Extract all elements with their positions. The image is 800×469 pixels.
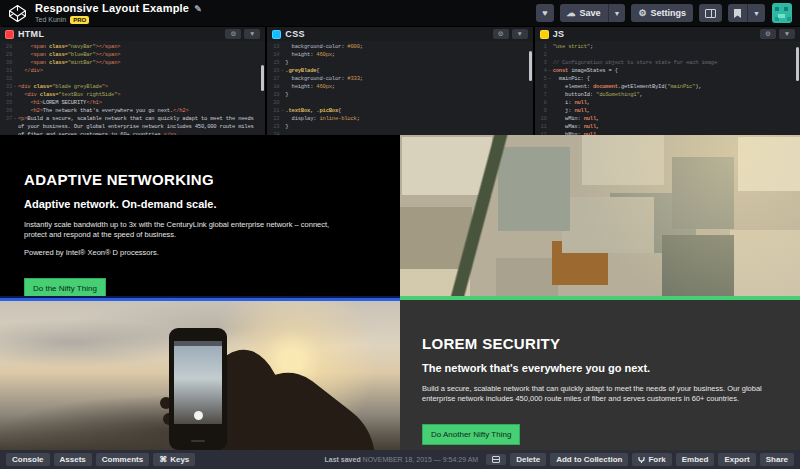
css-lang-icon	[272, 30, 281, 39]
change-view-button[interactable]	[699, 4, 722, 22]
save-split-button: ☁Save ▼	[560, 4, 626, 22]
cloud-icon: ☁	[567, 8, 576, 18]
codepen-editor-page: Responsive Layout Example✎ Ted Kunin PRO…	[0, 0, 800, 469]
html-panel-collapse-button[interactable]: ▼	[244, 29, 260, 39]
lorem-paragraph: Build a secure, scalable network that ca…	[422, 384, 792, 404]
top-header-bar: Responsive Layout Example✎ Ted Kunin PRO…	[0, 0, 800, 26]
pro-badge: PRO	[70, 16, 89, 24]
html-code-area[interactable]: 28 <span class="navyBar"></span>29 <span…	[0, 41, 265, 135]
html-lang-icon	[5, 30, 14, 39]
phone-silhouette	[169, 328, 227, 450]
page-title: Responsive Layout Example✎	[35, 3, 202, 14]
html-editor-panel: HTML ⚙ ▼ 28 <span class="navyBar"></span…	[0, 27, 265, 135]
adaptive-subheading: Adaptive network. On-demand scale.	[24, 198, 400, 210]
gear-icon: ⚙	[638, 8, 646, 18]
black-blade-section: ADAPTIVE NETWORKING Adaptive network. On…	[0, 135, 800, 296]
share-button[interactable]: Share	[760, 453, 794, 466]
last-saved-status: Last saved NOVEMBER 18, 2015 — 9:54:29 A…	[324, 456, 478, 463]
js-scrollbar-thumb[interactable]	[796, 47, 799, 81]
js-editor-panel: JS ⚙ ▼ 1"use strict";23// Configuration …	[535, 27, 800, 135]
css-scrollbar-thumb[interactable]	[529, 51, 532, 81]
save-dropdown-chevron[interactable]: ▼	[608, 4, 626, 22]
html-scrollbar-thumb[interactable]	[261, 65, 264, 91]
fork-label: Fork	[648, 455, 665, 464]
heart-icon: ♥	[542, 8, 547, 18]
js-panel-gear-button[interactable]: ⚙	[760, 29, 776, 39]
adaptive-paragraph: Instantly scale bandwidth up to 3x with …	[24, 220, 354, 240]
bookmark-icon	[734, 9, 741, 18]
layout-icon	[705, 9, 716, 18]
user-avatar[interactable]	[772, 3, 792, 23]
codepen-logo-icon[interactable]	[8, 4, 27, 23]
lorem-security-textbox: LOREM SECURITY The network that's everyw…	[400, 301, 800, 450]
chevron-down-icon: ▼	[753, 10, 760, 17]
adaptive-networking-textbox: ADAPTIVE NETWORKING Adaptive network. On…	[0, 135, 400, 296]
delete-button[interactable]: Delete	[510, 453, 546, 466]
html-panel-title: HTML	[18, 29, 44, 39]
editor-layout-icon-button[interactable]	[486, 454, 506, 465]
css-panel-header: CSS ⚙ ▼	[267, 27, 532, 41]
keys-label: Keys	[170, 455, 189, 464]
js-code-area[interactable]: 1"use strict";23// Configuration object …	[535, 41, 800, 135]
settings-button[interactable]: ⚙Settings	[631, 4, 693, 22]
grey-blade-section: LOREM SECURITY The network that's everyw…	[0, 301, 800, 450]
save-button[interactable]: ☁Save	[560, 4, 608, 22]
css-editor-panel: CSS ⚙ ▼ 13 background-color: #000;14 hei…	[267, 27, 532, 135]
console-button[interactable]: Console	[6, 453, 50, 466]
chevron-down-icon: ▼	[614, 10, 621, 17]
phone-screen	[174, 341, 222, 424]
comments-button[interactable]: Comments	[96, 453, 149, 466]
pen-title-text: Responsive Layout Example	[35, 2, 189, 14]
css-code-area[interactable]: 13 background-color: #000;14 height: 460…	[267, 41, 532, 135]
css-panel-collapse-button[interactable]: ▼	[512, 29, 528, 39]
last-saved-timestamp: NOVEMBER 18, 2015 — 9:54:29 AM	[363, 456, 479, 463]
edit-title-pencil-icon[interactable]: ✎	[194, 4, 202, 14]
html-panel-header: HTML ⚙ ▼	[0, 27, 265, 41]
html-panel-gear-button[interactable]: ⚙	[225, 29, 241, 39]
keys-button[interactable]: ⌘Keys	[153, 453, 195, 466]
css-panel-gear-button[interactable]: ⚙	[493, 29, 509, 39]
fork-button[interactable]: Fork	[632, 453, 671, 466]
grid-icon	[492, 456, 500, 463]
adaptive-powered-by: Powered by Intel® Xeon® D processors.	[24, 248, 354, 258]
editor-panels-row: HTML ⚙ ▼ 28 <span class="navyBar"></span…	[0, 26, 800, 135]
lorem-subheading: The network that's everywhere you go nex…	[422, 362, 800, 374]
css-panel-title: CSS	[285, 29, 304, 39]
phone-home-button	[191, 440, 205, 442]
camera-shutter-circle	[194, 411, 203, 420]
js-lang-icon	[540, 30, 549, 39]
command-key-icon: ⌘	[159, 455, 167, 464]
save-label: Save	[580, 8, 601, 18]
js-panel-title: JS	[553, 29, 565, 39]
js-panel-collapse-button[interactable]: ▼	[779, 29, 795, 39]
bookmark-button[interactable]	[728, 4, 747, 22]
export-button[interactable]: Export	[718, 453, 755, 466]
assets-button[interactable]: Assets	[54, 453, 92, 466]
bookmark-dropdown-chevron[interactable]: ▼	[747, 4, 765, 22]
bookmark-split-button: ▼	[728, 4, 765, 22]
hand-phone-sunset-photo	[0, 301, 400, 450]
preview-iframe: ADAPTIVE NETWORKING Adaptive network. On…	[0, 135, 800, 450]
like-button[interactable]: ♥	[536, 4, 553, 22]
adaptive-heading: ADAPTIVE NETWORKING	[24, 171, 400, 188]
do-another-nifty-thing-button[interactable]: Do Another Nifty Thing	[422, 424, 520, 445]
embed-button[interactable]: Embed	[676, 453, 715, 466]
footer-bar: Console Assets Comments ⌘Keys Last saved…	[0, 450, 800, 469]
lorem-heading: LOREM SECURITY	[422, 335, 800, 352]
author-name[interactable]: Ted Kunin	[35, 16, 66, 23]
js-panel-header: JS ⚙ ▼	[535, 27, 800, 41]
fork-icon	[638, 456, 645, 464]
pen-title-block: Responsive Layout Example✎ Ted Kunin PRO	[35, 3, 202, 24]
aerial-city-photo	[400, 135, 800, 296]
last-saved-label: Last saved	[324, 456, 362, 463]
settings-label: Settings	[651, 8, 687, 18]
add-to-collection-button[interactable]: Add to Collection	[550, 453, 628, 466]
